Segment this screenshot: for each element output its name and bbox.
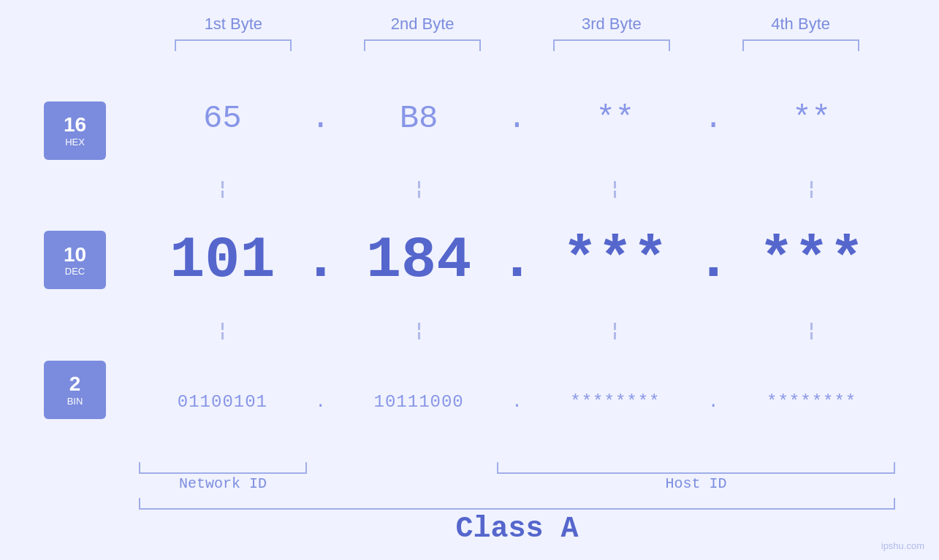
top-brackets-row xyxy=(44,39,895,51)
vbar-7 xyxy=(614,323,616,340)
network-id-label: Network ID xyxy=(139,475,307,492)
main-content-area: 16 HEX 10 DEC 2 BIN 65 . B8 xyxy=(44,58,895,462)
hex-row: 65 . B8 . ** . ** xyxy=(139,58,895,178)
vbar-8 xyxy=(810,323,813,340)
hex-dot-3: . xyxy=(704,100,723,137)
byte-header-2: 2nd Byte xyxy=(328,15,517,34)
dec-badge-num: 10 xyxy=(64,244,86,266)
id-labels-row: Network ID Host ID xyxy=(139,475,895,492)
dec-val-2: 184 xyxy=(366,227,471,294)
vbar-2 xyxy=(418,181,420,198)
top-bracket-4 xyxy=(742,39,859,51)
host-id-bracket xyxy=(497,462,895,474)
bin-val-3: ******** xyxy=(570,392,660,412)
dec-val-4: *** xyxy=(759,227,864,294)
network-id-bracket xyxy=(139,462,307,474)
vbar-4 xyxy=(810,181,813,198)
bin-val-1: 01100101 xyxy=(178,392,267,412)
dec-val-3: *** xyxy=(563,227,668,294)
bottom-section: Network ID Host ID Class A xyxy=(44,462,895,545)
bin-row: 01100101 . 10111000 . ******** . *******… xyxy=(139,342,895,462)
byte-header-4: 4th Byte xyxy=(706,15,895,34)
hex-badge-num: 16 xyxy=(64,114,86,137)
dec-val-1: 101 xyxy=(170,227,275,294)
dec-badge-label: DEC xyxy=(65,266,85,277)
bin-badge: 2 BIN xyxy=(44,361,106,419)
vbar-6 xyxy=(418,323,420,340)
dec-badge: 10 DEC xyxy=(44,231,106,289)
bin-dot-1: . xyxy=(316,392,326,412)
watermark: ipshu.com xyxy=(881,540,924,551)
dec-dot-2: . xyxy=(500,227,535,294)
byte-header-3: 3rd Byte xyxy=(517,15,707,34)
hex-dot-1: . xyxy=(311,100,330,137)
dec-dot-1: . xyxy=(303,227,338,294)
dec-dot-3: . xyxy=(696,227,731,294)
bottom-brackets-row xyxy=(139,462,895,474)
badges-column: 16 HEX 10 DEC 2 BIN xyxy=(44,58,139,462)
bin-badge-label: BIN xyxy=(67,396,83,407)
vbar-3 xyxy=(614,181,616,198)
byte-headers-row: 1st Byte 2nd Byte 3rd Byte 4th Byte xyxy=(44,15,895,34)
outer-bracket xyxy=(139,498,895,510)
hex-badge: 16 HEX xyxy=(44,101,106,160)
top-bracket-1 xyxy=(175,39,292,51)
bin-dot-3: . xyxy=(708,392,718,412)
hex-val-4: ** xyxy=(792,100,831,137)
main-container: 1st Byte 2nd Byte 3rd Byte 4th Byte 16 H… xyxy=(0,0,939,560)
vbar-5 xyxy=(221,323,224,340)
hex-val-2: B8 xyxy=(400,100,438,137)
sep-row-2 xyxy=(139,321,895,342)
host-id-label: Host ID xyxy=(497,475,895,492)
hex-val-1: 65 xyxy=(203,100,242,137)
byte-header-1: 1st Byte xyxy=(139,15,328,34)
bin-dot-2: . xyxy=(512,392,522,412)
bin-val-2: 10111000 xyxy=(374,392,464,412)
dec-row: 101 . 184 . *** . *** xyxy=(139,200,895,320)
data-columns: 65 . B8 . ** . ** xyxy=(139,58,895,462)
hex-dot-2: . xyxy=(507,100,526,137)
vbar-1 xyxy=(221,181,224,198)
bin-badge-num: 2 xyxy=(69,373,81,396)
hex-val-3: ** xyxy=(596,100,634,137)
class-label: Class A xyxy=(139,513,895,545)
top-bracket-3 xyxy=(553,39,670,51)
sep-row-1 xyxy=(139,178,895,200)
bin-val-4: ******** xyxy=(767,392,856,412)
hex-badge-label: HEX xyxy=(65,137,85,147)
top-bracket-2 xyxy=(364,39,481,51)
